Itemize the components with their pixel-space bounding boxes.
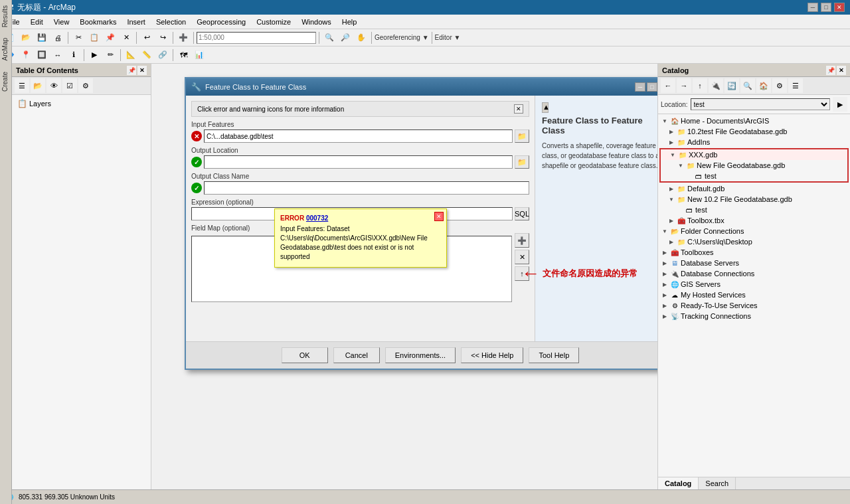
- catalog-search-btn[interactable]: 🔍: [740, 78, 755, 93]
- tree-item-desktop[interactable]: ▶ 📁 C:\Users\lq\Desktop: [659, 236, 849, 247]
- georeferencing-dropdown[interactable]: Georeferencing ▼: [375, 34, 429, 41]
- addins-expand-icon[interactable]: ▶: [667, 138, 675, 146]
- test-inner-expand-icon[interactable]: [685, 172, 693, 180]
- error-tooltip-close-btn[interactable]: ✕: [434, 212, 444, 221]
- menu-view[interactable]: View: [48, 17, 75, 27]
- add-data-btn[interactable]: ➕: [176, 31, 191, 45]
- tree-item-ready-services[interactable]: ▶ ⚙ Ready-To-Use Services: [659, 300, 849, 311]
- zoom-out-btn[interactable]: 🔎: [338, 31, 353, 45]
- tree-item-10-2test[interactable]: ▶ 📁 10.2test File Geodatabase.gdb: [659, 126, 849, 137]
- output-name-input[interactable]: [204, 181, 529, 195]
- tree-item-new-10-2[interactable]: ▼ 📁 New 10.2 File Geodatabase.gdb: [659, 194, 849, 205]
- tree-item-hosted-services[interactable]: ▶ ☁ My Hosted Services: [659, 290, 849, 300]
- paste-btn[interactable]: 📌: [103, 31, 118, 45]
- tree-item-folder-connections[interactable]: ▼ 📂 Folder Connections: [659, 226, 849, 236]
- open-btn[interactable]: 📂: [19, 31, 33, 45]
- dialog-min-btn[interactable]: ─: [635, 82, 645, 92]
- tool-help-button[interactable]: Tool Help: [529, 347, 579, 363]
- output-location-browse-btn[interactable]: 📁: [515, 155, 529, 169]
- cancel-button[interactable]: Cancel: [333, 347, 380, 363]
- help-scroll-up[interactable]: ▲: [542, 102, 549, 113]
- tree-item-db-servers[interactable]: ▶ 🖥 Database Servers: [659, 258, 849, 268]
- error-code-link[interactable]: 000732: [306, 214, 328, 222]
- side-tab-create[interactable]: Create: [0, 66, 11, 97]
- menu-customize[interactable]: Customize: [251, 17, 296, 27]
- tree-item-test-inner[interactable]: 🗃 test: [661, 171, 847, 181]
- toc-select-btn[interactable]: ☑: [62, 78, 77, 93]
- menu-geoprocessing[interactable]: Geoprocessing: [191, 17, 251, 27]
- new-file-gdb-expand-icon[interactable]: ▼: [677, 161, 685, 169]
- test-outer-expand-icon[interactable]: [675, 206, 683, 214]
- ok-button[interactable]: OK: [282, 347, 328, 363]
- catalog-tab[interactable]: Catalog: [658, 477, 699, 489]
- hosted-services-expand-icon[interactable]: ▶: [661, 291, 669, 299]
- redo-btn[interactable]: ↪: [155, 31, 170, 45]
- tracking-connections-expand-icon[interactable]: ▶: [661, 312, 669, 320]
- undo-btn[interactable]: ↩: [139, 31, 154, 45]
- ready-services-expand-icon[interactable]: ▶: [661, 301, 669, 309]
- field-map-del-btn[interactable]: ✕: [515, 250, 529, 264]
- toolbox-expand-icon[interactable]: ▶: [667, 216, 675, 224]
- tree-item-addins[interactable]: ▶ 📁 AddIns: [659, 137, 849, 147]
- expression-sql-btn[interactable]: SQL: [515, 207, 529, 220]
- gis-servers-expand-icon[interactable]: ▶: [661, 280, 669, 288]
- save-btn[interactable]: 💾: [35, 31, 49, 45]
- info-close-btn[interactable]: ✕: [514, 104, 523, 114]
- toc-source-btn[interactable]: 📂: [31, 78, 45, 93]
- catalog-view-btn[interactable]: ☰: [788, 78, 803, 93]
- catalog-back-btn[interactable]: ←: [661, 78, 675, 93]
- copy-btn[interactable]: 📋: [87, 31, 102, 45]
- tree-item-test-outer[interactable]: 🗃 test: [659, 205, 849, 215]
- toc-layers-item[interactable]: 📋 Layers: [15, 98, 148, 110]
- side-tab-arcmap[interactable]: ArcMap: [0, 33, 11, 66]
- folder-connections-expand-icon[interactable]: ▼: [661, 227, 669, 235]
- cut-btn[interactable]: ✂: [71, 31, 86, 45]
- toc-close-btn[interactable]: ✕: [137, 66, 147, 75]
- tree-item-toolbox[interactable]: ▶ 🧰 Toolbox.tbx: [659, 215, 849, 226]
- default-gdb-expand-icon[interactable]: ▶: [667, 185, 675, 193]
- tb2-draw-btn[interactable]: ✏: [103, 48, 118, 62]
- tree-item-tracking-connections[interactable]: ▶ 📡 Tracking Connections: [659, 311, 849, 321]
- tree-item-gis-servers[interactable]: ▶ 🌐 GIS Servers: [659, 279, 849, 290]
- toc-pin-btn[interactable]: 📌: [127, 66, 136, 75]
- new-10-2-expand-icon[interactable]: ▼: [667, 195, 675, 203]
- tb2-btn8[interactable]: 🔗: [155, 48, 170, 62]
- tb2-select-btn[interactable]: ▶: [87, 48, 102, 62]
- tree-item-xxx-gdb[interactable]: ▼ 📁 XXX.gdb: [661, 149, 847, 160]
- catalog-home-btn[interactable]: 🏠: [756, 78, 771, 93]
- menu-windows[interactable]: Windows: [296, 17, 337, 27]
- scale-input[interactable]: [197, 32, 316, 44]
- tb2-btn5[interactable]: ℹ: [66, 48, 81, 62]
- environments-button[interactable]: Environments...: [385, 347, 456, 363]
- menu-selection[interactable]: Selection: [151, 17, 191, 27]
- 10-2test-expand-icon[interactable]: ▶: [667, 127, 675, 135]
- menu-edit[interactable]: Edit: [25, 17, 48, 27]
- toc-list-btn[interactable]: ☰: [15, 78, 29, 93]
- side-tab-results[interactable]: Results: [0, 0, 11, 33]
- catalog-refresh-btn[interactable]: 🔄: [724, 78, 739, 93]
- desktop-expand-icon[interactable]: ▶: [667, 238, 675, 246]
- tree-item-new-file-gdb[interactable]: ▼ 📁 New File Geodatabase.gdb: [661, 160, 847, 171]
- tb2-btn10[interactable]: 📊: [192, 48, 207, 62]
- toc-visible-btn[interactable]: 👁: [46, 78, 61, 93]
- field-map-add-btn[interactable]: ➕: [515, 233, 529, 248]
- menu-insert[interactable]: Insert: [122, 17, 151, 27]
- editor-dropdown[interactable]: Editor ▼: [435, 34, 461, 41]
- catalog-pin-btn[interactable]: 📌: [826, 66, 835, 75]
- delete-btn[interactable]: ✕: [119, 31, 133, 45]
- db-servers-expand-icon[interactable]: ▶: [661, 259, 669, 267]
- input-error-indicator[interactable]: ✕: [191, 131, 202, 141]
- tb2-btn6[interactable]: 📐: [124, 48, 138, 62]
- minimize-button[interactable]: ─: [808, 3, 818, 12]
- catalog-up-btn[interactable]: ↑: [693, 78, 707, 93]
- zoom-in-btn[interactable]: 🔍: [322, 31, 337, 45]
- db-connections-expand-icon[interactable]: ▶: [661, 270, 669, 278]
- output-location-input[interactable]: [204, 155, 513, 169]
- tb2-btn2[interactable]: 📍: [19, 48, 33, 62]
- maximize-button[interactable]: □: [821, 3, 831, 12]
- input-features-input[interactable]: [204, 129, 513, 143]
- search-tab[interactable]: Search: [699, 477, 736, 489]
- dialog-max-btn[interactable]: □: [647, 82, 657, 92]
- catalog-forward-btn[interactable]: →: [677, 78, 691, 93]
- home-expand-icon[interactable]: ▼: [661, 117, 669, 125]
